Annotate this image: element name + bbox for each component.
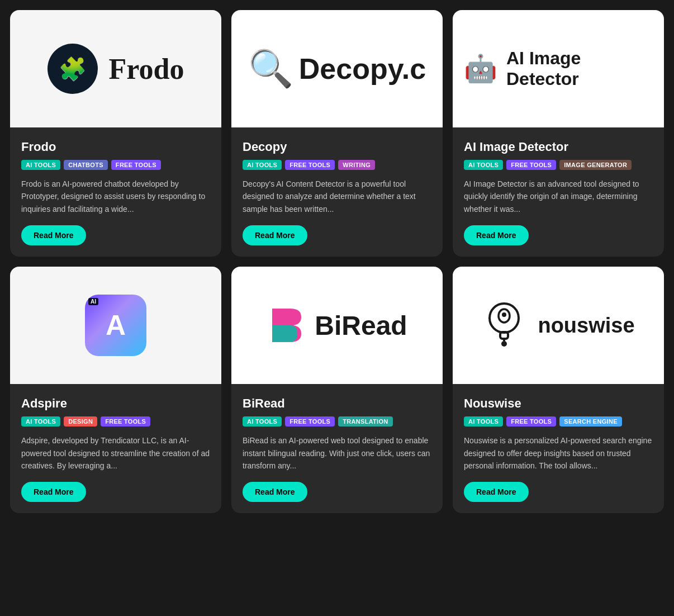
tags-biread: AI TOOLS FREE TOOLS TRANSLATION [243,416,431,427]
card-desc-adspire: Adspire, developed by Trendicator LLC, i… [21,434,210,472]
card-image-decopy: 🔍 Decopy.c [231,10,443,127]
card-grid: 🧩 Frodo Frodo AI TOOLS CHATBOTS FREE TOO… [10,10,664,513]
card-image-adspire: AI A [10,267,221,384]
biread-logo-text: BiRead [315,310,407,341]
read-more-nouswise[interactable]: Read More [464,482,529,502]
card-frodo: 🧩 Frodo Frodo AI TOOLS CHATBOTS FREE TOO… [10,10,221,257]
card-image-biread: BiRead [231,267,443,384]
nouswise-logo-text: nouswise [538,314,634,338]
decopy-logo: 🔍 Decopy.c [248,48,426,90]
read-more-ai-detector[interactable]: Read More [464,225,529,245]
tag-writing: WRITING [338,160,375,170]
tag-free-tools-2: FREE TOOLS [285,160,335,170]
card-title-ai-detector: AI Image Detector [464,140,653,154]
decopy-logo-text: Decopy.c [299,52,426,86]
tag-ai-tools-3: AI TOOLS [464,160,503,170]
card-nouswise: nouswise Nouswise AI TOOLS FREE TOOLS SE… [453,267,664,513]
card-image-nouswise: nouswise [453,267,664,384]
card-desc-ai-detector: AI Image Detector is an advanced tool de… [464,178,653,215]
svg-rect-3 [500,332,508,339]
tags-ai-detector: AI TOOLS FREE TOOLS IMAGE GENERATOR [464,160,653,170]
ai-detector-logo-text: AI Image Detector [506,48,653,89]
card-adspire: AI A Adspire AI TOOLS DESIGN FREE TOOLS … [10,267,221,513]
adspire-ai-badge: AI [88,298,98,305]
card-ai-image-detector: 🤖 AI Image Detector AI Image Detector AI… [453,10,664,257]
card-body-adspire: Adspire AI TOOLS DESIGN FREE TOOLS Adspi… [10,384,221,513]
tag-translation: TRANSLATION [338,416,392,427]
read-more-frodo[interactable]: Read More [21,225,86,245]
nouswise-icon-svg [482,300,526,350]
tag-ai-tools-2: AI TOOLS [243,160,282,170]
biread-logo: BiRead [267,303,407,348]
card-biread: BiRead BiRead AI TOOLS FREE TOOLS TRANSL… [231,267,443,513]
card-desc-frodo: Frodo is an AI-powered chatbot developed… [21,178,210,215]
tag-search-engine: SEARCH ENGINE [559,416,622,427]
nouswise-logo: nouswise [482,300,634,350]
svg-point-4 [501,341,507,347]
tag-design: DESIGN [64,416,97,427]
card-desc-biread: BiRead is an AI-powered web tool designe… [243,434,431,472]
card-desc-nouswise: Nouswise is a personalized AI-powered se… [464,434,653,472]
tags-adspire: AI TOOLS DESIGN FREE TOOLS [21,416,210,427]
tags-nouswise: AI TOOLS FREE TOOLS SEARCH ENGINE [464,416,653,427]
tag-ai-tools: AI TOOLS [21,160,60,170]
adspire-logo: AI A [85,295,146,356]
tag-free-tools-3: FREE TOOLS [506,160,556,170]
decopy-icon: 🔍 [248,48,293,90]
card-title-biread: BiRead [243,396,431,411]
tags-decopy: AI TOOLS FREE TOOLS WRITING [243,160,431,170]
card-title-decopy: Decopy [243,140,431,154]
card-title-adspire: Adspire [21,396,210,411]
tag-free-tools-5: FREE TOOLS [285,416,335,427]
card-body-ai-detector: AI Image Detector AI TOOLS FREE TOOLS IM… [453,127,664,257]
card-title-frodo: Frodo [21,140,210,154]
tag-ai-tools-5: AI TOOLS [243,416,282,427]
card-body-nouswise: Nouswise AI TOOLS FREE TOOLS SEARCH ENGI… [453,384,664,513]
svg-point-0 [490,304,519,333]
tag-image-generator: IMAGE GENERATOR [559,160,632,170]
frodo-logo-text: Frodo [109,53,184,86]
tag-free-tools: FREE TOOLS [111,160,161,170]
read-more-adspire[interactable]: Read More [21,482,86,502]
read-more-decopy[interactable]: Read More [243,225,307,245]
ai-detector-logo: 🤖 AI Image Detector [453,48,664,89]
card-body-decopy: Decopy AI TOOLS FREE TOOLS WRITING Decop… [231,127,443,257]
tag-ai-tools-4: AI TOOLS [21,416,60,427]
svg-point-2 [502,312,506,317]
frodo-icon: 🧩 [48,44,98,94]
tag-ai-tools-6: AI TOOLS [464,416,503,427]
card-title-nouswise: Nouswise [464,396,653,411]
card-image-ai-detector: 🤖 AI Image Detector [453,10,664,127]
adspire-letter: A [106,309,126,342]
card-image-frodo: 🧩 Frodo [10,10,221,127]
tags-frodo: AI TOOLS CHATBOTS FREE TOOLS [21,160,210,170]
card-desc-decopy: Decopy's AI Content Detector is a powerf… [243,178,431,215]
card-body-biread: BiRead AI TOOLS FREE TOOLS TRANSLATION B… [231,384,443,513]
tag-free-tools-4: FREE TOOLS [101,416,150,427]
tag-chatbots: CHATBOTS [64,160,108,170]
biread-icon-svg [267,303,306,348]
tag-free-tools-6: FREE TOOLS [506,416,556,427]
frodo-logo: 🧩 Frodo [48,44,184,94]
ai-detector-icon: 🤖 [464,53,497,84]
card-decopy: 🔍 Decopy.c Decopy AI TOOLS FREE TOOLS WR… [231,10,443,257]
card-body-frodo: Frodo AI TOOLS CHATBOTS FREE TOOLS Frodo… [10,127,221,257]
read-more-biread[interactable]: Read More [243,482,307,502]
